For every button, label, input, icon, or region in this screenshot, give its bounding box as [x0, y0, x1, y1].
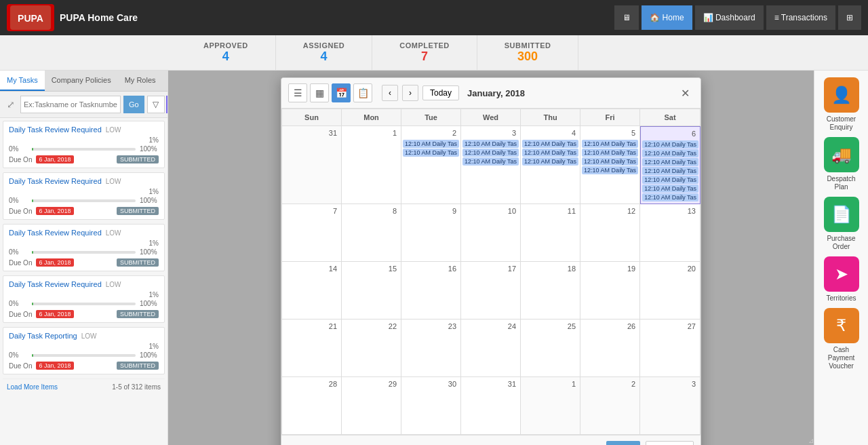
- cal-day-20[interactable]: 20: [640, 262, 701, 320]
- cal-view-agenda[interactable]: 📋: [353, 83, 372, 102]
- cal-event[interactable]: 12:10 AM Daily Tas: [642, 193, 698, 201]
- ok-button[interactable]: OK: [606, 441, 639, 445]
- status-badge: SUBMITTED: [117, 155, 159, 163]
- cal-day-2[interactable]: 2 12:10 AM Daily Tas 12:10 AM Daily Tas: [401, 126, 461, 204]
- cal-day-22[interactable]: 22: [342, 320, 401, 377]
- cal-event[interactable]: 12:10 AM Daily Tas: [582, 140, 638, 148]
- cal-day-3[interactable]: 3 12:10 AM Daily Tas 12:10 AM Daily Tas …: [461, 126, 521, 204]
- cal-day-15[interactable]: 15: [342, 262, 401, 320]
- cal-event[interactable]: 12:10 AM Daily Tas: [642, 149, 698, 157]
- cal-event[interactable]: 12:10 AM Daily Tas: [522, 149, 578, 157]
- nav-home[interactable]: 🏠 Home: [642, 5, 692, 30]
- nav-dashboard[interactable]: 📊 Dashboard: [695, 5, 764, 30]
- task-pct-end: 100%: [140, 248, 159, 256]
- cal-event[interactable]: 12:10 AM Daily Tas: [522, 157, 578, 166]
- cancel-button[interactable]: Cancel: [646, 441, 694, 445]
- search-input[interactable]: [20, 96, 121, 113]
- due-label: Due On: [9, 311, 32, 318]
- tab-my-roles[interactable]: My Roles: [118, 71, 163, 91]
- cal-day-7[interactable]: 7: [282, 204, 342, 262]
- cal-day-18[interactable]: 18: [521, 262, 580, 320]
- nav-monitor[interactable]: 🖥: [614, 5, 639, 30]
- purchase-order-btn[interactable]: 📄 Purchase Order: [820, 197, 863, 251]
- cal-day-10[interactable]: 10: [461, 204, 521, 262]
- cal-event[interactable]: 12:10 AM Daily Tas: [642, 176, 698, 184]
- cal-event[interactable]: 12:10 AM Daily Tas: [462, 149, 519, 157]
- task-pct-end: 100%: [140, 351, 159, 359]
- cal-day-16[interactable]: 16: [401, 262, 461, 320]
- cal-day-19[interactable]: 19: [580, 262, 640, 320]
- despatch-plan-btn[interactable]: 🚚 Despatch Plan: [820, 137, 863, 191]
- cal-day-12[interactable]: 12: [580, 204, 640, 262]
- cal-day-29[interactable]: 29: [342, 377, 401, 435]
- due-label: Due On: [9, 208, 32, 215]
- cal-day-14[interactable]: 14: [282, 262, 342, 320]
- despatch-plan-label: Despatch Plan: [820, 175, 863, 191]
- cal-event[interactable]: 12:10 AM Daily Tas: [462, 157, 519, 166]
- day-header-tue: Tue: [401, 109, 461, 126]
- cal-day-9[interactable]: 9: [401, 204, 461, 262]
- items-count: 1-5 of 312 items: [112, 383, 161, 391]
- cal-event[interactable]: 12:10 AM Daily Tas: [582, 166, 638, 174]
- cal-day-31-dec[interactable]: 31: [282, 126, 342, 204]
- cal-event[interactable]: 12:10 AM Daily Tas: [582, 149, 638, 157]
- sidebar-toolbar: ⤢ Go ▽ ▦ ↻: [0, 92, 167, 118]
- header-nav: 🖥 🏠 Home 📊 Dashboard ≡ Transactions ⊞: [614, 5, 861, 30]
- task-pct-start: 0%: [9, 197, 28, 204]
- today-button[interactable]: Today: [422, 85, 459, 100]
- cal-event[interactable]: 12:10 AM Daily Tas: [403, 149, 459, 157]
- cal-day-5[interactable]: 5 12:10 AM Daily Tas 12:10 AM Daily Tas …: [580, 126, 640, 204]
- cal-event[interactable]: 12:10 AM Daily Tas: [642, 140, 698, 149]
- cal-day-17[interactable]: 17: [461, 262, 521, 320]
- nav-next[interactable]: ›: [402, 85, 418, 101]
- tab-my-tasks[interactable]: My Tasks: [0, 71, 45, 91]
- customer-enquiry-btn[interactable]: 👤 Customer Enquiry: [820, 77, 863, 132]
- cal-view-list[interactable]: ☰: [288, 83, 307, 102]
- expand-icon[interactable]: ⤢: [4, 98, 18, 111]
- content-area: ☰ ▦ 📅 📋 ‹ › Today January, 2018 ✕: [168, 71, 814, 445]
- cal-event[interactable]: 12:10 AM Daily Tas: [642, 167, 698, 175]
- load-more-link[interactable]: Load More Items: [7, 383, 58, 391]
- resize-handle[interactable]: ⊿: [806, 437, 814, 445]
- cal-day-28[interactable]: 28: [282, 377, 342, 435]
- cal-day-25[interactable]: 25: [521, 320, 580, 377]
- cal-day-1-feb[interactable]: 1: [521, 377, 580, 435]
- purchase-order-icon: 📄: [824, 197, 859, 232]
- cal-day-23[interactable]: 23: [401, 320, 461, 377]
- cal-event[interactable]: 12:10 AM Daily Tas: [582, 157, 638, 166]
- cal-event[interactable]: 12:10 AM Daily Tas: [642, 185, 698, 193]
- cal-day-11[interactable]: 11: [521, 204, 580, 262]
- cal-day-3-feb[interactable]: 3: [640, 377, 701, 435]
- nav-prev[interactable]: ‹: [382, 85, 398, 101]
- cal-day-13[interactable]: 13: [640, 204, 701, 262]
- cal-day-24[interactable]: 24: [461, 320, 521, 377]
- stat-approved: APPROVED 4: [176, 35, 276, 70]
- cal-event[interactable]: 12:10 AM Daily Tas: [522, 140, 578, 148]
- sidebar: My Tasks Company Policies My Roles ⤢ Go …: [0, 71, 168, 445]
- cal-day-1[interactable]: 1: [342, 126, 401, 204]
- filter-icon-btn[interactable]: ▽: [147, 96, 165, 113]
- cal-day-31[interactable]: 31: [461, 377, 521, 435]
- cal-event[interactable]: 12:10 AM Daily Tas: [642, 158, 698, 166]
- nav-extra[interactable]: ⊞: [838, 5, 861, 30]
- cal-day-8[interactable]: 8: [342, 204, 401, 262]
- cash-payment-voucher-btn[interactable]: ₹ Cash Payment Voucher: [820, 308, 863, 370]
- cal-day-6[interactable]: 6 12:10 AM Daily Tas 12:10 AM Daily Tas …: [640, 126, 701, 204]
- tab-company-policies[interactable]: Company Policies: [45, 71, 118, 91]
- modal-overlay: ☰ ▦ 📅 📋 ‹ › Today January, 2018 ✕: [168, 71, 814, 445]
- cal-day-21[interactable]: 21: [282, 320, 342, 377]
- cal-view-month-small[interactable]: ▦: [310, 83, 329, 102]
- cal-day-2-feb[interactable]: 2: [580, 377, 640, 435]
- territories-btn[interactable]: ➤ Territories: [820, 256, 863, 303]
- cal-day-26[interactable]: 26: [580, 320, 640, 377]
- go-button[interactable]: Go: [123, 96, 144, 113]
- status-badge: SUBMITTED: [117, 258, 159, 267]
- nav-transactions[interactable]: ≡ Transactions: [766, 5, 835, 30]
- cal-day-30[interactable]: 30: [401, 377, 461, 435]
- cal-day-4[interactable]: 4 12:10 AM Daily Tas 12:10 AM Daily Tas …: [521, 126, 580, 204]
- cal-view-month[interactable]: 📅: [332, 83, 351, 102]
- cal-event[interactable]: 12:10 AM Daily Tas: [462, 140, 519, 148]
- cal-event[interactable]: 12:10 AM Daily Tas: [403, 140, 459, 148]
- close-button[interactable]: ✕: [677, 85, 694, 101]
- cal-day-27[interactable]: 27: [640, 320, 701, 377]
